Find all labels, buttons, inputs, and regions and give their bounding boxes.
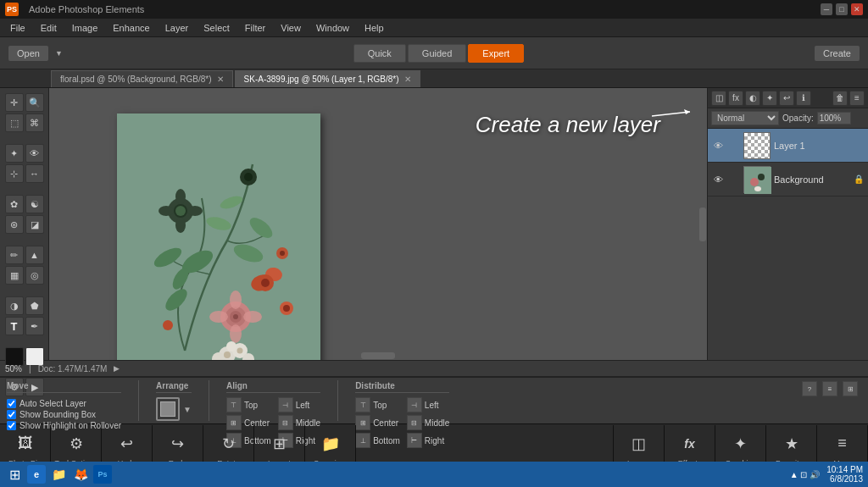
status-bar: 50% | Doc: 1.47M/1.47M ▶: [0, 360, 868, 377]
menu-view[interactable]: View: [274, 21, 308, 35]
svg-point-47: [750, 178, 759, 186]
move-tool[interactable]: ✛: [5, 93, 24, 112]
opacity-label: Opacity:: [782, 113, 814, 123]
opacity-input[interactable]: [817, 112, 851, 125]
panel-icon-adjust[interactable]: ◐: [745, 91, 760, 106]
close-button[interactable]: ✕: [851, 3, 863, 15]
grid-btn[interactable]: ⊞: [843, 381, 858, 396]
blend-mode-select[interactable]: Normal Dissolve Multiply Screen Overlay: [711, 111, 779, 125]
date: 6/8/2013: [826, 474, 863, 484]
panel-icon-history[interactable]: ↩: [779, 91, 794, 106]
ie-icon[interactable]: e: [27, 465, 46, 484]
layer-bg-visibility[interactable]: 👁: [711, 173, 725, 186]
taskbar: ⊞ e 📁 🦊 Ps ▲ ⊡ 🔊 10:14 PM 6/8/2013: [0, 462, 868, 487]
quick-mode-button[interactable]: Quick: [353, 44, 406, 63]
panel-icon-fx[interactable]: fx: [728, 91, 743, 106]
panel-icon-info[interactable]: ℹ: [796, 91, 811, 106]
pen-tool[interactable]: ✒: [25, 317, 44, 335]
top-toolbar: Open ▼ Quick Guided Expert Create: [0, 37, 868, 69]
layer-bg-lock[interactable]: [728, 174, 740, 185]
svg-point-49: [754, 186, 761, 191]
layer-1-lock[interactable]: [728, 140, 740, 152]
text-tool[interactable]: T: [5, 317, 24, 335]
folder-icon[interactable]: 📁: [49, 465, 68, 484]
title-bar: PS Adobe Photoshop Elements ─ □ ✕: [0, 0, 868, 19]
open-dropdown-arrow[interactable]: ▼: [55, 49, 63, 58]
maximize-button[interactable]: □: [836, 3, 848, 15]
paint-bucket-tool[interactable]: ▲: [25, 246, 44, 264]
arrange-dropdown[interactable]: ▼: [183, 405, 192, 414]
menu-edit[interactable]: Edit: [34, 21, 64, 35]
panel-delete[interactable]: 🗑: [832, 91, 848, 106]
svg-rect-43: [117, 113, 320, 360]
eraser-tool[interactable]: ◪: [25, 215, 44, 234]
heal-tool[interactable]: ☯: [25, 195, 44, 213]
custom-shape-tool[interactable]: ⬟: [25, 296, 44, 315]
tab-floral[interactable]: floral.psd @ 50% (Background, RGB/8*) ✕: [51, 70, 233, 87]
dist-left-btn[interactable]: ⊣: [407, 397, 422, 412]
align-top-btn[interactable]: ⊤: [226, 397, 242, 412]
menu-image[interactable]: Image: [65, 21, 105, 35]
layer-1-visibility[interactable]: 👁: [711, 139, 725, 152]
transform-tool[interactable]: ↔: [25, 164, 44, 183]
auto-select-checkbox[interactable]: [7, 399, 16, 408]
tab-sk-close[interactable]: ✕: [404, 75, 411, 84]
app-icon: PS: [5, 3, 19, 16]
dodge-tool[interactable]: ◑: [5, 296, 24, 315]
panel-menu[interactable]: ≡: [849, 91, 865, 106]
firefox-icon[interactable]: 🦊: [71, 465, 90, 484]
quick-selection-tool[interactable]: ✦: [5, 144, 24, 163]
more-panel-icon: ≡: [831, 432, 854, 456]
clone-tool[interactable]: ⊛: [5, 215, 24, 234]
expert-mode-button[interactable]: Expert: [468, 44, 524, 63]
menu-file[interactable]: File: [3, 21, 32, 35]
panel-icon-layers[interactable]: ◫: [711, 91, 726, 106]
dist-top-btn[interactable]: ⊤: [355, 397, 370, 412]
align-left-btn[interactable]: ⊣: [278, 397, 293, 412]
layer-item-background[interactable]: 👁 Background 🔒: [708, 163, 868, 196]
lasso-tool[interactable]: ⌘: [25, 113, 44, 132]
blur-tool[interactable]: ◎: [25, 266, 44, 285]
open-button[interactable]: Open: [8, 46, 48, 61]
status-scroll-right[interactable]: ▶: [114, 364, 120, 373]
canvas-area: Create a new layer: [49, 88, 707, 360]
menu-window[interactable]: Window: [309, 21, 356, 35]
effects-panel-icon: fx: [678, 432, 702, 456]
app-title: Adobe Photoshop Elements: [24, 4, 144, 14]
brush-tool[interactable]: ✏: [5, 246, 24, 264]
crop-tool[interactable]: ⊹: [5, 164, 24, 183]
tool-options-icon: ⚙: [64, 432, 88, 456]
help-btn[interactable]: ?: [802, 381, 817, 396]
tab-floral-close[interactable]: ✕: [217, 75, 224, 84]
eye-tool[interactable]: 👁: [25, 144, 44, 163]
marquee-tool[interactable]: ⬚: [5, 113, 24, 132]
guided-mode-button[interactable]: Guided: [408, 44, 466, 63]
list-btn[interactable]: ≡: [822, 381, 837, 396]
menu-enhance[interactable]: Enhance: [106, 21, 156, 35]
canvas-scrollbar-vertical[interactable]: [699, 208, 706, 241]
menu-select[interactable]: Select: [197, 21, 236, 35]
panel-icon-style[interactable]: ✦: [762, 91, 777, 106]
bounding-box-checkbox[interactable]: [7, 410, 16, 419]
minimize-button[interactable]: ─: [821, 3, 832, 15]
menu-layer[interactable]: Layer: [159, 21, 196, 35]
canvas-container: [117, 113, 320, 360]
menu-filter[interactable]: Filter: [238, 21, 272, 35]
gradient-tool[interactable]: ▦: [5, 266, 24, 285]
photoshop-icon[interactable]: Ps: [93, 465, 112, 484]
spot-heal-tool[interactable]: ✿: [5, 195, 24, 213]
new-layer-tooltip-text: Create a new layer: [476, 112, 660, 138]
layer-item-1[interactable]: 👁 Layer 1: [708, 129, 868, 163]
options-move-title: Move: [7, 381, 121, 393]
menu-help[interactable]: Help: [358, 21, 391, 35]
taskbar-right: ▲ ⊡ 🔊 10:14 PM 6/8/2013: [790, 465, 863, 484]
create-button[interactable]: Create: [815, 46, 860, 61]
canvas-scrollbar-horizontal[interactable]: [361, 352, 395, 359]
clock: 10:14 PM 6/8/2013: [826, 465, 863, 484]
tooltip-arrow: [652, 108, 703, 141]
tab-sk[interactable]: SK-A-3899.jpg @ 50% (Layer 1, RGB/8*) ✕: [235, 70, 420, 87]
zoom-tool[interactable]: 🔍: [25, 93, 44, 112]
tab-sk-label: SK-A-3899.jpg @ 50% (Layer 1, RGB/8*): [244, 75, 399, 84]
start-button[interactable]: ⊞: [5, 465, 24, 484]
auto-select-label: Auto Select Layer: [19, 399, 86, 408]
